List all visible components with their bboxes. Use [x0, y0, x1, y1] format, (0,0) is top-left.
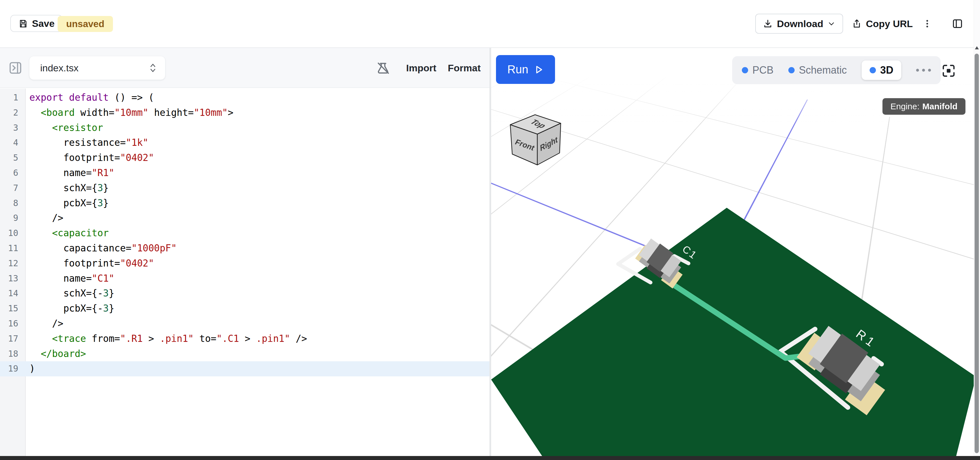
- engine-label: Engine:: [891, 102, 920, 111]
- code-lines[interactable]: 1export default () => (2 <board width="1…: [0, 90, 490, 376]
- code-line[interactable]: 14 schX={-3}: [0, 286, 490, 301]
- line-number: 16: [0, 316, 25, 331]
- save-label: Save: [32, 18, 54, 29]
- chevron-down-icon: [828, 20, 835, 27]
- expand-sidebar-button[interactable]: [8, 60, 23, 75]
- engine-badge: Engine: Manifold: [883, 98, 966, 115]
- window-scrollbar-thumb[interactable]: [975, 54, 979, 453]
- code-line[interactable]: 5 footprint="0402": [0, 150, 490, 166]
- engine-value: Manifold: [923, 102, 958, 111]
- window-bottom-edge: [0, 456, 980, 460]
- code-line[interactable]: 9 />: [0, 211, 490, 226]
- line-number: 17: [0, 331, 25, 346]
- copy-url-button[interactable]: Copy URL: [849, 14, 916, 33]
- toggle-right-panel-button[interactable]: [950, 16, 965, 31]
- line-number: 14: [0, 286, 25, 301]
- panel-expand-icon: [8, 60, 23, 75]
- tab-pcb[interactable]: PCB: [742, 64, 773, 76]
- select-chevrons-icon: [149, 62, 157, 74]
- tab-dot-icon: [870, 67, 876, 73]
- download-button[interactable]: Download: [755, 14, 843, 33]
- code-line[interactable]: 16 />: [0, 316, 490, 331]
- view-tabs: PCBSchematic3D: [732, 56, 941, 84]
- code-line[interactable]: 19): [0, 361, 490, 376]
- view-cube[interactable]: Top Front Right: [510, 115, 561, 165]
- code-line[interactable]: 10 <capacitor: [0, 226, 490, 241]
- panel-resize-handle[interactable]: [490, 48, 491, 457]
- code-text: />: [25, 211, 63, 226]
- code-line[interactable]: 4 resistance="1k": [0, 135, 490, 150]
- code-line[interactable]: 17 <trace from=".R1 > .pin1" to=".C1 > .…: [0, 331, 490, 346]
- code-text: <trace from=".R1 > .pin1" to=".C1 > .pin…: [25, 331, 307, 346]
- code-line[interactable]: 2 <board width="10mm" height="10mm">: [0, 105, 490, 120]
- code-line[interactable]: 11 capacitance="1000pF": [0, 241, 490, 256]
- line-number: 13: [0, 271, 25, 286]
- line-number: 1: [0, 90, 25, 105]
- run-label: Run: [508, 63, 528, 76]
- share-icon: [852, 19, 861, 28]
- line-number: 10: [0, 226, 25, 241]
- run-button[interactable]: Run: [496, 55, 555, 84]
- code-line[interactable]: 3 <resistor: [0, 120, 490, 135]
- line-number: 19: [0, 361, 25, 376]
- tab-dot-icon: [788, 67, 795, 73]
- tabs-more-button[interactable]: [916, 69, 931, 72]
- code-line[interactable]: 7 schX={3}: [0, 181, 490, 196]
- code-text: </board>: [25, 346, 86, 361]
- tab-dot-icon: [742, 67, 748, 73]
- more-options-button[interactable]: [920, 17, 934, 31]
- copy-url-label: Copy URL: [866, 18, 913, 29]
- save-icon: [18, 19, 27, 28]
- tab-label: 3D: [880, 64, 893, 76]
- line-number: 3: [0, 120, 25, 135]
- unsaved-badge: unsaved: [57, 16, 113, 32]
- format-button[interactable]: Format: [444, 59, 485, 76]
- code-text: />: [25, 316, 63, 331]
- kebab-icon: [923, 19, 932, 29]
- pcb-board: [491, 208, 976, 457]
- code-text: schX={-3}: [25, 286, 115, 301]
- code-text: name="R1": [25, 166, 115, 181]
- code-line[interactable]: 12 footprint="0402": [0, 256, 490, 271]
- code-text: capacitance="1000pF": [25, 241, 177, 256]
- tab-3d[interactable]: 3D: [862, 60, 901, 80]
- code-text: footprint="0402": [25, 150, 154, 166]
- code-area[interactable]: 1export default () => (2 <board width="1…: [0, 88, 490, 457]
- code-line[interactable]: 18 </board>: [0, 346, 490, 361]
- code-line[interactable]: 13 name="C1": [0, 271, 490, 286]
- code-text: <capacitor: [25, 226, 109, 241]
- file-name: index.tsx: [40, 62, 149, 74]
- code-line[interactable]: 6 name="R1": [0, 166, 490, 181]
- code-text: ): [25, 361, 35, 376]
- code-text: footprint="0402": [25, 256, 154, 271]
- code-line[interactable]: 1export default () => (: [0, 90, 490, 105]
- code-line[interactable]: 15 pcbX={-3}: [0, 301, 490, 316]
- code-text: <resistor: [25, 120, 103, 135]
- tab-label: Schematic: [799, 64, 847, 76]
- download-label: Download: [777, 18, 823, 29]
- flask-off-icon[interactable]: [376, 61, 390, 75]
- save-button[interactable]: Save: [10, 15, 62, 32]
- line-number: 8: [0, 196, 25, 211]
- top-toolbar: Save unsaved Download Copy URL: [0, 0, 980, 48]
- line-number: 5: [0, 150, 25, 166]
- fullscreen-button[interactable]: [941, 63, 957, 79]
- file-select[interactable]: index.tsx: [29, 56, 165, 80]
- code-text: pcbX={3}: [25, 196, 109, 211]
- code-text: name="C1": [25, 271, 115, 286]
- fullscreen-icon: [941, 63, 957, 79]
- line-number: 4: [0, 135, 25, 150]
- code-text: pcbX={-3}: [25, 301, 115, 316]
- code-text: <board width="10mm" height="10mm">: [25, 105, 233, 120]
- circuit-viewer-panel[interactable]: C1 R1 Top Front Right Run PCBSchematic3D: [491, 48, 980, 457]
- scrollbar-up-arrow-icon[interactable]: [975, 46, 979, 49]
- line-number: 6: [0, 166, 25, 181]
- tab-schematic[interactable]: Schematic: [788, 64, 847, 76]
- line-number: 2: [0, 105, 25, 120]
- code-text: resistance="1k": [25, 135, 148, 150]
- code-text: export default () => (: [25, 90, 154, 105]
- import-button[interactable]: Import: [402, 59, 441, 76]
- dots-horizontal-icon: [916, 69, 919, 72]
- play-icon: [534, 65, 544, 75]
- code-line[interactable]: 8 pcbX={3}: [0, 196, 490, 211]
